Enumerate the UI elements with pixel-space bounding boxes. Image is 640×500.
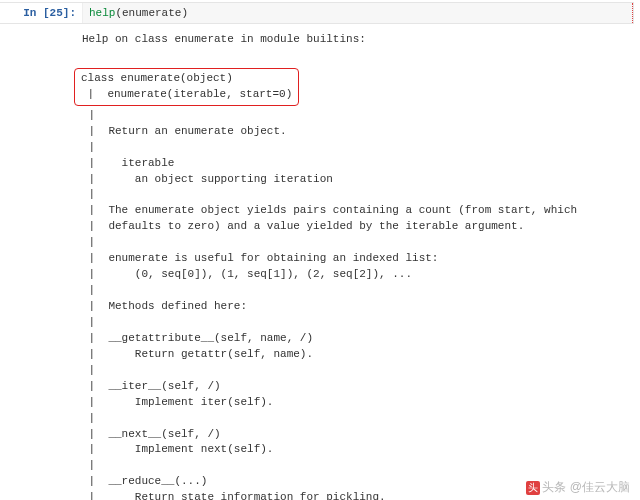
watermark-logo-icon: 头 [526,481,540,495]
code-input[interactable]: help(enumerate) [82,3,633,23]
watermark-text: 头条 @佳云大脑 [542,480,630,494]
help-output: Help on class enumerate in module builti… [82,32,640,500]
code-cell: In [25]: help(enumerate) [0,2,634,24]
signature-highlight: class enumerate(object) | enumerate(iter… [74,68,299,106]
input-prompt: In [25]: [0,3,82,23]
argument: enumerate [122,7,181,19]
close-paren: ) [181,7,188,19]
function-name: help [89,7,115,19]
call-signature: | enumerate(iterable, start=0) [81,88,292,100]
help-body: | | Return an enumerate object. | | iter… [82,109,604,500]
watermark: 头头条 @佳云大脑 [526,479,630,496]
help-header: Help on class enumerate in module builti… [82,33,366,45]
class-signature: class enumerate(object) [81,72,233,84]
